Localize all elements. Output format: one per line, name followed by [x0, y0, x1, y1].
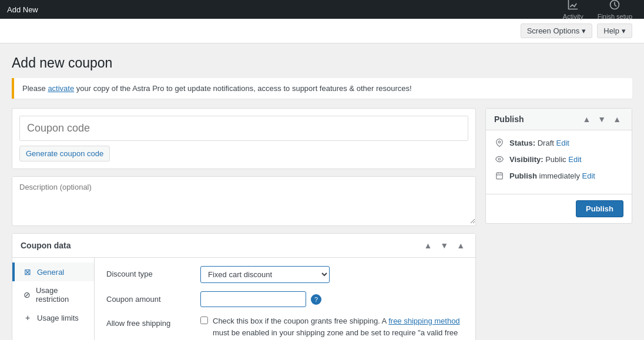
- svg-point-2: [498, 158, 501, 160]
- page-content: Add new coupon Please activate your copy…: [0, 43, 644, 340]
- publish-collapse-up-button[interactable]: ▲: [580, 113, 593, 125]
- visibility-value: Public: [545, 155, 566, 164]
- discount-type-label: Discount type: [106, 266, 200, 278]
- coupon-code-input[interactable]: [19, 116, 468, 141]
- publish-visibility-row: Visibility: Public Edit: [494, 154, 623, 164]
- screen-options-chevron-icon: [582, 26, 586, 35]
- help-chevron-icon: [622, 26, 626, 35]
- status-value: Draft: [538, 139, 554, 147]
- svg-rect-3: [497, 173, 503, 179]
- coupon-data-header: Coupon data ▲ ▼ ▲: [12, 234, 475, 258]
- free-shipping-field: Check this box if the coupon grants free…: [200, 315, 464, 340]
- toolbar-right: Activity Finish setup: [558, 0, 637, 22]
- tab-usage-limits[interactable]: + Usage limits: [12, 308, 94, 327]
- visibility-edit-link[interactable]: Edit: [568, 155, 581, 164]
- main-layout: Generate coupon code Coupon data ▲ ▼ ▲: [12, 108, 632, 340]
- publish-body: Status: Draft Edit Visibility: Public: [486, 130, 632, 194]
- coupon-code-box: Generate coupon code: [12, 108, 476, 169]
- tab-usage-limits-label: Usage limits: [37, 314, 79, 322]
- publish-footer: Publish: [486, 194, 632, 223]
- plus-icon: +: [23, 313, 32, 322]
- ban-icon: ⊘: [23, 290, 31, 299]
- free-shipping-checkbox-row: Check this box if the coupon grants free…: [200, 315, 464, 340]
- visibility-icon: [494, 154, 505, 164]
- publish-time-value: immediately: [539, 171, 580, 180]
- activation-notice: Please activate your copy of the Astra P…: [12, 78, 632, 99]
- coupon-data-box: Coupon data ▲ ▼ ▲ ⊠ General: [12, 233, 476, 340]
- generate-coupon-code-button[interactable]: Generate coupon code: [19, 146, 110, 161]
- coupon-amount-label: Coupon amount: [106, 291, 200, 304]
- description-textarea[interactable]: [12, 177, 475, 224]
- page-title: Add new coupon: [12, 55, 632, 71]
- header-bar: Screen Options Help: [0, 19, 644, 43]
- coupon-data-title: Coupon data: [21, 241, 71, 250]
- tab-general-label: General: [37, 268, 64, 277]
- free-shipping-method-link[interactable]: free shipping method: [388, 317, 459, 325]
- free-shipping-checkbox[interactable]: [200, 317, 208, 324]
- publish-time-text: Publish immediately Edit: [509, 171, 595, 180]
- main-column: Generate coupon code Coupon data ▲ ▼ ▲: [12, 108, 476, 340]
- visibility-text: Visibility: Public Edit: [509, 155, 582, 164]
- coupon-data-toggle-button[interactable]: ▲: [454, 240, 467, 251]
- form-row-free-shipping: Allow free shipping Check this box if th…: [106, 315, 464, 340]
- tag-icon: ⊠: [23, 267, 32, 277]
- publish-time-edit-link[interactable]: Edit: [582, 171, 595, 180]
- discount-type-field: Percentage discount Fixed cart discount …: [200, 266, 464, 283]
- discount-type-select[interactable]: Percentage discount Fixed cart discount …: [200, 266, 330, 283]
- publish-header: Publish ▲ ▼ ▲: [486, 109, 632, 130]
- coupon-amount-input[interactable]: 0: [200, 291, 306, 307]
- tab-general[interactable]: ⊠ General: [12, 262, 94, 281]
- publish-header-controls: ▲ ▼ ▲: [580, 113, 623, 125]
- activity-icon: [567, 0, 579, 12]
- activate-link[interactable]: activate: [48, 84, 74, 93]
- coupon-data-body: ⊠ General ⊘ Usage restriction + Usage li…: [12, 258, 475, 340]
- finish-setup-label: Finish setup: [598, 13, 632, 20]
- coupon-amount-help-icon[interactable]: ?: [311, 294, 321, 305]
- screen-options-button[interactable]: Screen Options: [521, 23, 593, 38]
- activity-label: Activity: [563, 13, 583, 20]
- form-row-coupon-amount: Coupon amount 0 ?: [106, 291, 464, 307]
- notice-text-before: Please: [22, 84, 48, 93]
- coupon-tab-content-general: Discount type Percentage discount Fixed …: [95, 258, 475, 340]
- free-shipping-text1: Check this box if the coupon grants free…: [213, 317, 388, 325]
- add-new-title: Add New: [7, 5, 38, 14]
- allow-free-shipping-label: Allow free shipping: [106, 315, 200, 328]
- publish-time-row: Publish immediately Edit: [494, 170, 623, 181]
- coupon-tabs: ⊠ General ⊘ Usage restriction + Usage li…: [12, 258, 95, 340]
- publish-button[interactable]: Publish: [576, 200, 623, 217]
- status-label: Status:: [509, 139, 535, 147]
- publish-collapse-down-button[interactable]: ▼: [595, 113, 608, 125]
- coupon-data-header-controls: ▲ ▼ ▲: [421, 240, 467, 251]
- publish-toggle-button[interactable]: ▲: [611, 113, 623, 125]
- publish-time-label: Publish: [509, 171, 537, 180]
- publish-status-row: Status: Draft Edit: [494, 137, 623, 148]
- calendar-icon: [494, 170, 505, 181]
- help-label: Help: [603, 26, 619, 35]
- form-row-discount-type: Discount type Percentage discount Fixed …: [106, 266, 464, 283]
- tab-usage-restriction-label: Usage restriction: [36, 286, 86, 304]
- publish-title: Publish: [494, 115, 524, 124]
- finish-setup-button[interactable]: Finish setup: [593, 0, 637, 22]
- sidebar-column: Publish ▲ ▼ ▲ Status:: [485, 108, 632, 224]
- svg-point-1: [498, 141, 501, 143]
- screen-options-label: Screen Options: [527, 26, 580, 35]
- visibility-label: Visibility:: [509, 155, 544, 164]
- status-icon: [494, 137, 505, 148]
- free-shipping-text2: must be enabled in your shipping zone an…: [213, 328, 458, 341]
- publish-box: Publish ▲ ▼ ▲ Status:: [485, 108, 632, 224]
- description-box: [12, 176, 476, 226]
- finish-setup-icon: [609, 0, 620, 12]
- coupon-amount-field: 0 ?: [200, 291, 464, 307]
- top-bar: Add New Activity Finish setup: [0, 0, 644, 19]
- activity-button[interactable]: Activity: [558, 0, 588, 22]
- notice-text-after: your copy of the Astra Pro to get update…: [74, 84, 411, 93]
- help-button[interactable]: Help: [597, 23, 632, 38]
- status-edit-link[interactable]: Edit: [556, 139, 569, 147]
- tab-usage-restriction[interactable]: ⊘ Usage restriction: [12, 281, 94, 308]
- coupon-data-collapse-up-button[interactable]: ▲: [421, 240, 434, 251]
- status-text: Status: Draft Edit: [509, 139, 569, 147]
- coupon-data-collapse-down-button[interactable]: ▼: [438, 240, 451, 251]
- free-shipping-description: Check this box if the coupon grants free…: [213, 315, 464, 340]
